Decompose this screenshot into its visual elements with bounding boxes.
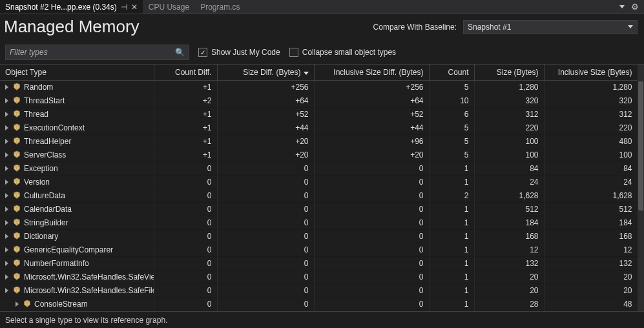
pin-icon[interactable]: ⊣: [121, 3, 127, 12]
expand-icon[interactable]: [5, 207, 8, 212]
cell-count-diff: +1: [154, 148, 217, 161]
type-name: CalendarData: [24, 205, 72, 214]
cell-incl-size: 184: [544, 216, 638, 229]
expand-icon[interactable]: [5, 85, 8, 90]
cell-count-diff: 0: [154, 161, 217, 175]
cell-count: 1: [429, 270, 474, 283]
col-size-diff[interactable]: Size Diff. (Bytes): [217, 65, 314, 80]
cell-count: 1: [429, 175, 474, 189]
expand-icon[interactable]: [5, 247, 8, 252]
type-name: ServerClass: [24, 150, 66, 159]
type-name: NumberFormatInfo: [24, 259, 89, 268]
table-row[interactable]: Thread+1+52+526312312: [0, 107, 638, 121]
table-row[interactable]: Exception00018484: [0, 161, 638, 175]
cell-incl-size: 168: [544, 229, 638, 243]
cell-size: 100: [474, 134, 544, 148]
cell-count: 1: [429, 229, 474, 243]
table-row[interactable]: GenericEqualityComparer00011212: [0, 243, 638, 256]
expand-icon[interactable]: [5, 179, 8, 185]
expand-icon[interactable]: [5, 193, 8, 198]
col-size[interactable]: Size (Bytes): [474, 65, 544, 80]
checkbox-checked-icon: ✓: [198, 48, 207, 57]
expand-icon[interactable]: [5, 98, 8, 103]
type-name: Exception: [24, 164, 58, 173]
table-row[interactable]: StringBuilder0001184184: [0, 216, 638, 229]
cell-size: 100: [474, 148, 544, 161]
class-icon: [12, 123, 21, 132]
table-row[interactable]: ServerClass+1+20+205100100: [0, 148, 638, 161]
table-row[interactable]: ExecutionContext+1+44+445220220: [0, 121, 638, 134]
tab-program-cs[interactable]: Program.cs: [195, 0, 245, 14]
cell-object-type: Microsoft.Win32.SafeHandles.SafeFile...: [0, 283, 154, 297]
type-name: ExecutionContext: [24, 123, 85, 132]
table-row[interactable]: CultureData00021,6281,628: [0, 189, 638, 202]
table-row[interactable]: ConsoleStream00012848: [0, 297, 638, 311]
show-just-my-code-checkbox[interactable]: ✓ Show Just My Code: [198, 48, 280, 57]
expand-icon[interactable]: [5, 288, 8, 293]
type-name: CultureData: [24, 191, 65, 200]
expand-icon[interactable]: [5, 125, 8, 130]
gear-icon[interactable]: ⚙: [631, 2, 639, 12]
cell-size: 12: [474, 243, 544, 256]
expand-icon[interactable]: [16, 302, 19, 307]
col-incl-size-diff[interactable]: Inclusive Size Diff. (Bytes): [314, 65, 429, 80]
table-row[interactable]: Version00012424: [0, 175, 638, 189]
cell-incl-size: 1,628: [544, 189, 638, 202]
expand-icon[interactable]: [5, 166, 8, 171]
cell-object-type: Thread: [0, 107, 154, 121]
cell-count: 2: [429, 189, 474, 202]
collapse-small-checkbox[interactable]: Collapse small object types: [289, 48, 396, 57]
expand-icon[interactable]: [5, 274, 8, 280]
type-name: Microsoft.Win32.SafeHandles.SafeFile...: [24, 286, 154, 295]
table-row[interactable]: CalendarData0001512512: [0, 202, 638, 216]
cell-size-diff: +256: [217, 80, 314, 94]
expand-icon[interactable]: [5, 152, 8, 158]
close-icon[interactable]: ✕: [131, 3, 138, 12]
cell-size-diff: +44: [217, 121, 314, 134]
tab-snapshot[interactable]: Snapshot #2 He...pp.exe (0.34s) ⊣ ✕: [0, 0, 143, 14]
cell-size-diff: +52: [217, 107, 314, 121]
table-row[interactable]: Microsoft.Win32.SafeHandles.SafeFile...0…: [0, 283, 638, 297]
table-row[interactable]: ThreadStart+2+64+6410320320: [0, 94, 638, 107]
cell-object-type: ServerClass: [0, 148, 154, 161]
cell-incl-size-diff: 0: [314, 161, 429, 175]
cell-incl-size-diff: +52: [314, 107, 429, 121]
cell-size: 20: [474, 283, 544, 297]
col-incl-size[interactable]: Inclusive Size (Bytes): [544, 65, 638, 80]
cell-size-diff: 0: [217, 175, 314, 189]
cell-size-diff: +64: [217, 94, 314, 107]
cell-incl-size-diff: +20: [314, 148, 429, 161]
col-count-diff[interactable]: Count Diff.: [154, 65, 217, 80]
cell-size: 220: [474, 121, 544, 134]
baseline-select[interactable]: Snapshot #1: [463, 20, 638, 34]
filter-input[interactable]: Filter types 🔍: [5, 45, 189, 60]
status-bar: Select a single type to view its referen…: [0, 311, 644, 328]
cell-size: 512: [474, 202, 544, 216]
cell-count-diff: +1: [154, 80, 217, 94]
table-row[interactable]: Random+1+256+25651,2801,280: [0, 80, 638, 94]
table-row[interactable]: NumberFormatInfo0001132132: [0, 256, 638, 270]
cell-incl-size: 24: [544, 175, 638, 189]
expand-icon[interactable]: [5, 220, 8, 225]
type-name: GenericEqualityComparer: [24, 245, 113, 254]
expand-icon[interactable]: [5, 139, 8, 144]
scrollbar-thumb[interactable]: [638, 81, 643, 210]
table-row[interactable]: ThreadHelper+1+20+965100480: [0, 134, 638, 148]
col-object-type[interactable]: Object Type: [0, 65, 154, 80]
tab-overflow-icon[interactable]: [619, 5, 625, 8]
cell-object-type: ThreadStart: [0, 94, 154, 107]
col-count[interactable]: Count: [429, 65, 474, 80]
cell-incl-size-diff: 0: [314, 297, 429, 311]
expand-icon[interactable]: [5, 112, 8, 117]
cell-object-type: ThreadHelper: [0, 134, 154, 148]
class-icon: [23, 300, 32, 309]
cell-count-diff: 0: [154, 202, 217, 216]
tab-cpu-usage[interactable]: CPU Usage: [143, 0, 195, 14]
table-row[interactable]: Dictionary0001168168: [0, 229, 638, 243]
table-row[interactable]: Microsoft.Win32.SafeHandles.SafeVie...00…: [0, 270, 638, 283]
expand-icon[interactable]: [5, 261, 8, 266]
search-icon: 🔍: [175, 48, 185, 57]
vertical-scrollbar[interactable]: [638, 65, 644, 311]
toolbar: Filter types 🔍 ✓ Show Just My Code Colla…: [0, 42, 644, 64]
expand-icon[interactable]: [5, 234, 8, 239]
